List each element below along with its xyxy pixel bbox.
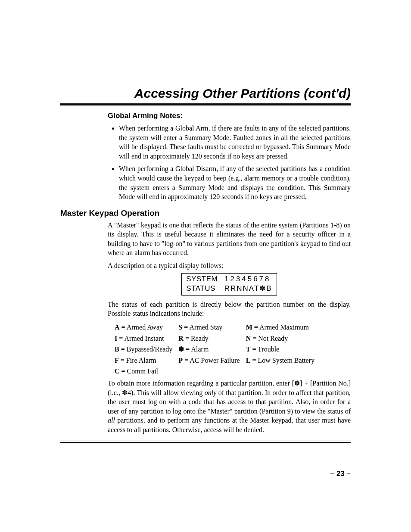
status-code-table: A = Armed AwayS = Armed StayM = Armed Ma… — [115, 322, 321, 377]
status-code-row: B = Bypassed/Ready✽ = AlarmT = Trouble — [115, 344, 321, 355]
final-post: partitions, and to perform any functions… — [108, 417, 351, 433]
title-rule-thin — [60, 106, 351, 106]
global-arming-bullet: When performing a Global Arm, if there a… — [119, 124, 351, 161]
footer-rule-thin — [60, 441, 351, 441]
status-code-row: C = Comm Fail — [115, 366, 321, 377]
master-keypad-intro-2: A description of a typical display follo… — [108, 261, 351, 271]
lcd-partition-numbers: 12345678 — [224, 275, 271, 283]
status-code-cell: F = Fire Alarm — [115, 355, 178, 366]
status-code-row: I = Armed InstantR = ReadyN = Not Ready — [115, 333, 321, 344]
status-code-cell — [178, 366, 246, 377]
master-keypad-intro-1: A "Master" keypad is one that reflects t… — [108, 221, 351, 258]
global-arming-heading: Global Arming Notes: — [108, 111, 351, 121]
status-code-cell: T = Trouble — [246, 344, 321, 355]
status-code-cell: L = Low System Battery — [246, 355, 321, 366]
status-code-cell — [246, 366, 321, 377]
body-column: A "Master" keypad is one that reflects t… — [108, 221, 351, 435]
lcd-label-status: STATUS — [186, 284, 215, 292]
status-code-cell: S = Armed Stay — [178, 322, 246, 333]
status-code-row: F = Fire AlarmP = AC Power FailureL = Lo… — [115, 355, 321, 366]
lcd-status-values: RRNNAT✽B — [224, 284, 272, 292]
status-code-cell: M = Armed Maximum — [246, 322, 321, 333]
status-code-cell: ✽ = Alarm — [178, 344, 246, 355]
status-code-cell: B = Bypassed/Ready — [115, 344, 178, 355]
status-intro: The status of each partition is directly… — [108, 300, 351, 318]
lcd-label-system: SYSTEM — [186, 275, 218, 283]
status-code-cell: I = Armed Instant — [115, 333, 178, 344]
final-paragraph: To obtain more information regarding a p… — [108, 379, 351, 435]
status-code-cell: R = Ready — [178, 333, 246, 344]
status-code-row: A = Armed AwayS = Armed StayM = Armed Ma… — [115, 322, 321, 333]
body-column: Global Arming Notes: When performing a G… — [108, 111, 351, 202]
status-code-cell: C = Comm Fail — [115, 366, 178, 377]
lcd-display-wrap: SYSTEM 12345678 STATUS RRNNAT✽B — [108, 273, 351, 296]
status-code-cell: P = AC Power Failure — [178, 355, 246, 366]
global-arming-bullet: When performing a Global Disarm, if any … — [119, 164, 351, 201]
master-keypad-heading: Master Keypad Operation — [60, 208, 351, 218]
page: Accessing Other Partitions (cont'd) Glob… — [0, 0, 411, 532]
status-code-cell: N = Not Ready — [246, 333, 321, 344]
footer-rule-thick — [60, 442, 351, 443]
lcd-display: SYSTEM 12345678 STATUS RRNNAT✽B — [181, 273, 277, 296]
global-arming-list: When performing a Global Arm, if there a… — [108, 124, 351, 202]
status-code-cell: A = Armed Away — [115, 322, 178, 333]
page-number: – 23 – — [330, 470, 351, 478]
page-title: Accessing Other Partitions (cont'd) — [60, 86, 351, 101]
title-rule-thick — [60, 103, 351, 105]
final-all: all — [108, 417, 115, 424]
final-only: only — [205, 389, 217, 396]
